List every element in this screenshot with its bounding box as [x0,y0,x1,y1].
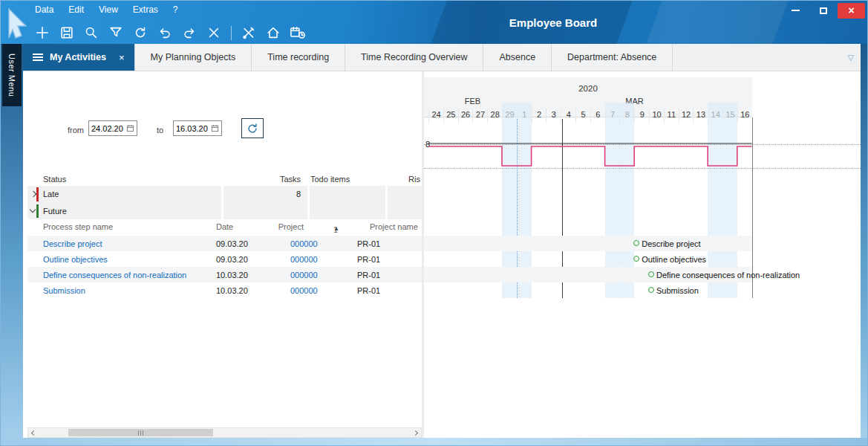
load-axis-label: 8 [425,140,430,149]
day-cell: 11 [664,109,679,123]
milestone-label: Submission [656,286,699,295]
activities-pane: from to Status Tasks Todo items Ris [27,71,422,438]
gantt-row: Submission [424,282,752,298]
column-tasks[interactable]: Tasks [273,175,301,184]
expand-chevron-icon[interactable] [30,191,36,197]
tab-time-recording[interactable]: Time recording [252,44,345,71]
project-name: PR-01 [357,286,380,295]
tab-absence[interactable]: Absence [483,44,552,71]
process-step-link[interactable]: Describe project [43,239,102,248]
process-step-link[interactable]: Define consequences of non-realization [43,271,186,279]
collapse-chevron-icon[interactable] [30,207,36,213]
milestone-icon[interactable] [633,256,639,262]
apply-date-range-button[interactable] [241,118,264,138]
calendar-icon[interactable] [126,124,134,132]
content-area: from to Status Tasks Todo items Ris [23,71,861,438]
maximize-button[interactable] [809,3,838,19]
tab-my-activities[interactable]: My Activities × [23,44,135,71]
project-name: PR-01 [357,255,380,264]
close-button[interactable]: × [838,3,865,19]
menu-help[interactable]: ? [173,4,178,15]
to-date-input[interactable] [176,124,210,133]
project-link[interactable]: 000000 [290,239,318,248]
column-project-name[interactable]: Project name [370,222,418,231]
from-date-box [88,120,137,136]
scroll-left-button[interactable] [28,428,39,437]
tab-my-planning-objects[interactable]: My Planning Objects [135,44,252,71]
column-todo-items[interactable]: Todo items [310,175,350,184]
task-date: 09.03.20 [216,239,248,248]
group-name: Late [43,190,59,198]
scheduler-icon[interactable] [289,24,307,42]
gantt-pane: 2020 FEB MAR 242526272829123456789101112… [424,71,861,438]
day-cell: 9 [634,109,649,123]
redo-icon[interactable] [180,24,198,42]
window-title: Employee Board [509,16,597,29]
group-name: Future [43,207,67,216]
toolbar-separator [231,26,232,40]
task-date: 10.03.20 [216,286,248,295]
milestone-icon[interactable] [633,240,639,246]
tab-menu-icon[interactable] [33,54,43,61]
column-risk[interactable]: Ris [408,175,420,184]
column-date[interactable]: Date [216,222,233,231]
filter-icon[interactable] [107,24,125,42]
menu-extras[interactable]: Extras [133,4,158,15]
tab-department-absence[interactable]: Department: Absence [552,44,673,71]
day-cell: 16 [737,109,752,123]
horizontal-scrollbar[interactable] [27,427,422,438]
day-cell: 26 [458,109,473,123]
scroll-right-button[interactable] [410,428,421,437]
day-cell: 27 [472,109,487,123]
task-row[interactable]: Outline objectives09.03.20000000PR-01 [27,251,422,267]
project-link[interactable]: 000000 [290,286,318,295]
delete-icon[interactable] [205,24,223,42]
tab-label: My Activities [50,52,106,62]
milestone-label: Outline objectives [642,255,706,264]
to-date-box [173,120,222,136]
task-row[interactable]: Submission10.03.20000000PR-01 [27,282,422,298]
day-cell: 12 [679,109,694,123]
close-tab-icon[interactable]: × [119,52,125,63]
scrollbar-thumb[interactable] [68,429,213,436]
task-date: 09.03.20 [216,255,248,264]
column-process-step-name[interactable]: Process step name [43,222,113,231]
day-cell: 5 [575,109,590,123]
tab-overflow-dropdown-icon[interactable]: ▽ [848,53,854,62]
column-project[interactable]: Project [265,222,304,231]
day-cell: 4 [561,109,575,123]
milestone-icon[interactable] [648,271,654,277]
user-menu-tab[interactable]: User Menu [2,44,22,106]
minimize-button[interactable] [781,3,809,19]
future-status-bar [36,204,39,218]
from-date-input[interactable] [91,124,125,133]
search-icon[interactable] [82,24,100,42]
menu-data[interactable]: Data [35,4,53,15]
group-row-future[interactable]: Future [27,203,422,219]
new-icon[interactable] [33,24,51,42]
table-header-row: Status Tasks Todo items Ris [27,172,422,186]
project-link[interactable]: 000000 [290,255,318,264]
menu-edit[interactable]: Edit [68,4,84,15]
column-status[interactable]: Status [43,175,66,184]
task-row[interactable]: Define consequences of non-realization10… [27,267,422,282]
menu-view[interactable]: View [99,4,118,15]
undo-icon[interactable] [156,24,174,42]
refresh-icon[interactable] [131,24,149,42]
tools-icon[interactable] [240,24,258,42]
home-icon[interactable] [264,24,282,42]
day-cell: 25 [443,109,458,123]
project-link[interactable]: 000000 [290,271,318,279]
calendar-icon[interactable] [211,124,219,132]
from-label: from [68,126,84,135]
task-row[interactable]: Describe project09.03.20000000PR-01 [27,236,422,251]
group-row-late[interactable]: Late 8 [27,186,422,203]
app-logo-pointer-icon [4,4,32,42]
day-cell: 2 [532,109,546,123]
left-frame: User Menu [1,44,23,445]
process-step-link[interactable]: Outline objectives [43,255,108,264]
tab-time-recording-overview[interactable]: Time Recording Overview [345,44,483,71]
process-step-link[interactable]: Submission [43,286,85,295]
save-icon[interactable] [58,24,76,42]
milestone-icon[interactable] [648,287,654,293]
